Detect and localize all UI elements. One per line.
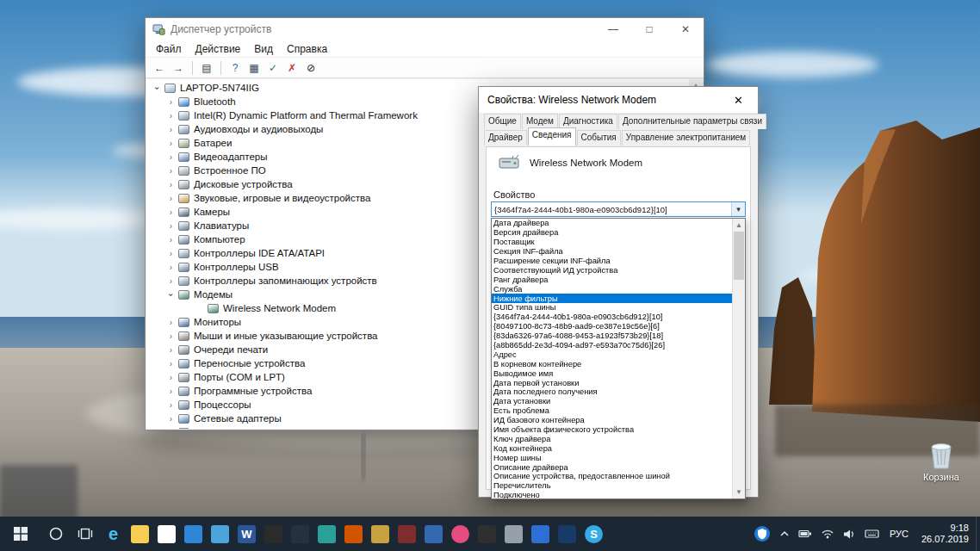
taskbar-app-photos-icon[interactable] xyxy=(180,517,207,551)
chevron-icon[interactable]: › xyxy=(166,289,176,300)
chevron-icon[interactable]: › xyxy=(165,249,177,258)
disable-device-button[interactable]: ⊘ xyxy=(302,59,319,77)
chevron-icon[interactable]: › xyxy=(165,139,177,148)
taskbar-app-music-icon[interactable] xyxy=(447,517,474,551)
device-manager-titlebar[interactable]: Диспетчер устройств — □ ✕ xyxy=(146,18,704,40)
property-list-item[interactable]: Подключено xyxy=(492,491,732,498)
maximize-button[interactable]: □ xyxy=(631,18,667,40)
tab-power-management[interactable]: Управление электропитанием xyxy=(622,130,750,145)
chevron-icon[interactable]: › xyxy=(165,400,177,410)
tab-events[interactable]: События xyxy=(577,130,621,145)
scroll-up-icon[interactable]: ▲ xyxy=(733,219,745,232)
property-list-item[interactable]: Служба xyxy=(492,284,732,294)
chevron-icon[interactable]: › xyxy=(165,428,177,430)
taskbar-app-store-icon[interactable] xyxy=(153,517,180,551)
combobox-dropdown-icon[interactable]: ▾ xyxy=(731,202,745,216)
property-list-item[interactable]: Номер шины xyxy=(492,453,732,462)
property-list-item[interactable]: Выводимое имя xyxy=(492,368,732,378)
clock[interactable]: 9:18 26.07.2019 xyxy=(915,523,976,545)
property-list-item[interactable]: Имя объекта физического устройства xyxy=(492,425,732,435)
chevron-icon[interactable]: › xyxy=(165,125,177,134)
property-list-item[interactable]: Код контейнера xyxy=(492,443,732,453)
property-list-item[interactable]: {a8b865dd-2e3d-4094-ad97-e593a70c75d6}[2… xyxy=(492,341,732,350)
volume-icon[interactable] xyxy=(839,517,860,551)
uninstall-device-button[interactable]: ✗ xyxy=(283,59,301,77)
property-list-item[interactable]: Версия драйвера xyxy=(492,228,732,238)
chevron-icon[interactable]: › xyxy=(165,235,177,245)
hidden-icons-chevron-icon[interactable] xyxy=(775,517,794,551)
taskbar-app-app-blue-icon[interactable] xyxy=(420,517,447,551)
close-button[interactable]: ✕ xyxy=(667,18,704,40)
property-list-item[interactable]: Секция INF-файла xyxy=(492,247,732,257)
menu-view[interactable]: Вид xyxy=(247,41,280,57)
taskbar-app-app-gray-icon[interactable] xyxy=(500,517,527,551)
minimize-button[interactable]: — xyxy=(595,18,631,40)
chevron-icon[interactable]: › xyxy=(152,83,162,94)
property-list-item[interactable]: Дата первой установки xyxy=(492,378,732,387)
chevron-icon[interactable]: › xyxy=(165,111,177,121)
chevron-icon[interactable]: › xyxy=(165,373,177,382)
scan-hardware-button[interactable]: ✓ xyxy=(264,59,282,77)
chevron-icon[interactable]: › xyxy=(165,345,177,355)
taskbar-app-app-blue-2-icon[interactable] xyxy=(527,517,554,551)
recycle-bin[interactable]: Корзина xyxy=(915,439,968,482)
property-list-item[interactable]: {3464f7a4-2444-40b1-980a-e0903cb6d912}[1… xyxy=(492,313,732,322)
start-button[interactable] xyxy=(0,517,41,551)
chevron-icon[interactable]: › xyxy=(165,331,177,341)
taskbar-app-file-explorer-icon[interactable] xyxy=(127,517,153,551)
chevron-icon[interactable]: › xyxy=(165,152,177,162)
taskbar-app-maps-icon[interactable] xyxy=(313,517,340,551)
network-icon[interactable] xyxy=(816,517,839,551)
dialog-titlebar[interactable]: Свойства: Wireless Network Modem ✕ xyxy=(479,87,758,113)
chevron-icon[interactable]: › xyxy=(165,387,177,396)
taskbar-app-app-darkred-icon[interactable] xyxy=(394,517,420,551)
help-button[interactable]: ? xyxy=(226,59,244,77)
battery-icon[interactable] xyxy=(794,517,816,551)
taskbar-app-edge-icon[interactable]: e xyxy=(100,517,127,551)
chevron-icon[interactable]: › xyxy=(165,359,177,368)
tray-shield-icon[interactable] xyxy=(749,517,775,551)
property-list-item[interactable]: {83da6326-97a6-4088-9453-a1923f573b29}[1… xyxy=(492,331,732,341)
property-list-item[interactable]: Соответствующий ИД устройства xyxy=(492,265,732,275)
property-list-item[interactable]: Адрес xyxy=(492,350,732,359)
chevron-icon[interactable]: › xyxy=(165,276,177,286)
chevron-icon[interactable]: › xyxy=(165,180,177,189)
property-list-item[interactable]: В корневом контейнере xyxy=(492,359,732,368)
property-list-item[interactable]: Дата последнего получения xyxy=(492,387,732,397)
property-list-item[interactable]: Ранг драйвера xyxy=(492,275,732,284)
chevron-icon[interactable]: › xyxy=(165,166,177,176)
back-button[interactable]: ← xyxy=(151,59,168,77)
taskbar-app-app-gold-icon[interactable] xyxy=(367,517,394,551)
chevron-icon[interactable]: › xyxy=(165,414,177,424)
property-combobox[interactable]: {3464f7a4-2444-40b1-980a-e0903cb6d912}[1… xyxy=(491,201,746,217)
property-list-item[interactable]: Поставщик xyxy=(492,238,732,247)
chevron-icon[interactable]: › xyxy=(165,263,177,272)
tab-advanced-connection[interactable]: Дополнительные параметры связи xyxy=(618,114,766,129)
taskbar-app-word-icon[interactable]: W xyxy=(233,517,260,551)
chevron-icon[interactable]: › xyxy=(165,221,177,231)
property-list-item[interactable]: Описание устройства, предоставленное шин… xyxy=(492,472,732,481)
dialog-close-button[interactable]: ✕ xyxy=(719,87,758,113)
property-list-item[interactable]: Ключ драйвера xyxy=(492,434,732,443)
taskbar-app-app-orange-icon[interactable] xyxy=(340,517,367,551)
task-view-button[interactable] xyxy=(71,517,100,551)
properties-button[interactable]: ▦ xyxy=(245,59,263,77)
taskbar-app-app-navy-icon[interactable] xyxy=(554,517,580,551)
menu-help[interactable]: Справка xyxy=(280,41,334,57)
touch-keyboard-icon[interactable] xyxy=(860,517,884,551)
language-indicator[interactable]: РУС xyxy=(884,529,915,539)
taskbar-app-app-dark-2-icon[interactable] xyxy=(287,517,313,551)
property-list-item[interactable]: {80497100-8c73-48b9-aad9-ce387e19c56e}[6… xyxy=(492,322,732,331)
tab-driver[interactable]: Драйвер xyxy=(484,130,527,145)
taskbar-app-calculator-icon[interactable] xyxy=(207,517,233,551)
show-desktop-button[interactable] xyxy=(976,517,980,551)
property-list-item[interactable]: GUID типа шины xyxy=(492,303,732,313)
chevron-icon[interactable]: › xyxy=(165,194,177,203)
property-list-item[interactable]: Нижние фильтры xyxy=(492,294,732,303)
scroll-down-icon[interactable]: ▼ xyxy=(733,486,745,498)
scrollbar-thumb[interactable] xyxy=(734,232,744,280)
taskbar-app-app-dark-3-icon[interactable] xyxy=(474,517,500,551)
list-scrollbar[interactable]: ▲ ▼ xyxy=(732,219,745,498)
show-console-tree-button[interactable]: ▤ xyxy=(198,59,215,77)
property-list-item[interactable]: Расширение секции INF-файла xyxy=(492,257,732,266)
